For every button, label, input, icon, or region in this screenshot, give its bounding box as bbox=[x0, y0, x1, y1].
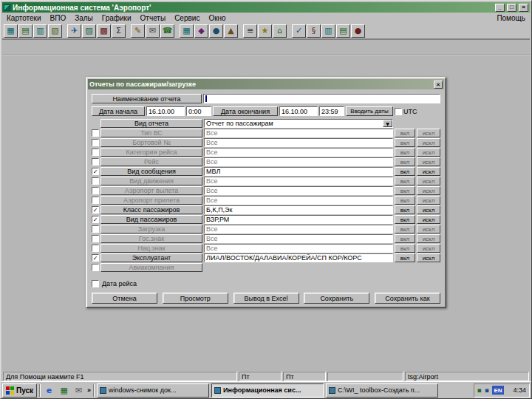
exclude-button[interactable]: искл bbox=[417, 186, 440, 195]
toolbar-icon[interactable]: ◆ bbox=[194, 24, 208, 38]
date-end-input[interactable]: 16.10.00 bbox=[279, 106, 318, 116]
exclude-button[interactable]: искл bbox=[417, 138, 440, 147]
filter-value-field[interactable]: Все bbox=[204, 196, 393, 205]
toolbar-icon[interactable]: ✓ bbox=[292, 24, 306, 38]
time-end-input[interactable]: 23:59 bbox=[319, 106, 344, 116]
filter-value-field[interactable]: Все bbox=[204, 148, 393, 157]
include-button[interactable]: вкл bbox=[395, 196, 415, 205]
filter-checkbox[interactable] bbox=[92, 177, 99, 185]
toolbar-icon[interactable]: ▨ bbox=[82, 24, 96, 38]
start-button[interactable]: Пуск bbox=[2, 383, 37, 398]
filter-checkbox[interactable] bbox=[92, 168, 99, 175]
include-button[interactable]: вкл bbox=[395, 138, 415, 147]
quick-launch-icon[interactable]: ✉ bbox=[72, 384, 85, 397]
filter-label[interactable]: Нац.знак bbox=[100, 244, 202, 253]
include-button[interactable]: вкл bbox=[395, 148, 415, 157]
toolbar-icon[interactable] bbox=[63, 24, 66, 38]
quick-launch-icon[interactable]: ▦ bbox=[58, 384, 70, 397]
taskbar-window-button[interactable]: windows-снимок док... bbox=[97, 383, 209, 398]
dialog-button[interactable]: Вывод в Excel bbox=[233, 293, 299, 304]
enter-dates-button[interactable]: Вводить даты bbox=[346, 106, 393, 116]
exclude-button[interactable]: искл bbox=[417, 234, 440, 243]
filter-label[interactable]: Категория рейса bbox=[100, 148, 202, 157]
include-button[interactable]: вкл bbox=[395, 177, 415, 185]
include-button[interactable]: вкл bbox=[395, 186, 415, 195]
chevron-down-icon[interactable]: ▼ bbox=[383, 120, 392, 127]
exclude-button[interactable]: искл bbox=[417, 148, 440, 157]
filter-checkbox[interactable] bbox=[92, 235, 99, 242]
include-button[interactable]: вкл bbox=[395, 234, 415, 243]
filter-checkbox[interactable] bbox=[92, 197, 99, 204]
filter-label[interactable]: Рейс bbox=[100, 157, 202, 166]
tray-icon[interactable]: ▪ bbox=[477, 387, 482, 394]
filter-checkbox[interactable] bbox=[92, 245, 99, 252]
dialog-button[interactable]: Просмотр bbox=[163, 293, 228, 304]
filter-value-field[interactable]: Все bbox=[204, 129, 393, 137]
exclude-button[interactable]: искл bbox=[417, 253, 440, 262]
toolbar-icon[interactable]: ▦ bbox=[4, 24, 18, 38]
filter-label[interactable]: Вид движения bbox=[100, 177, 202, 185]
toolbar-icon[interactable]: ▧ bbox=[48, 24, 62, 38]
dialog-titlebar[interactable]: Отчеты по пассажирам/загрузке × bbox=[88, 79, 444, 89]
exclude-button[interactable]: искл bbox=[417, 196, 440, 205]
filter-value-field[interactable]: МВЛ bbox=[204, 167, 393, 176]
menu-item[interactable]: Окно bbox=[204, 14, 230, 22]
toolbar-icon[interactable]: ▲ bbox=[224, 24, 238, 38]
include-button[interactable]: вкл bbox=[395, 205, 415, 214]
toolbar-icon[interactable]: ▦ bbox=[180, 24, 194, 38]
report-type-combobox[interactable]: Отчет по пассажирам ▼ bbox=[204, 119, 393, 128]
filter-label[interactable]: Класс пассажиров bbox=[100, 205, 202, 214]
filter-label[interactable]: Бортовой № bbox=[100, 138, 202, 147]
filter-value-field[interactable]: Все bbox=[204, 225, 393, 233]
toolbar-icon[interactable]: Σ bbox=[112, 24, 126, 38]
toolbar-icon[interactable]: ✎ bbox=[131, 24, 145, 38]
include-button[interactable]: вкл bbox=[395, 244, 415, 253]
report-name-input[interactable] bbox=[203, 94, 440, 103]
toolbar-icon[interactable]: ☎ bbox=[160, 24, 174, 38]
toolbar-icon[interactable] bbox=[239, 24, 242, 38]
dialog-close-icon[interactable]: × bbox=[434, 81, 443, 89]
filter-checkbox[interactable] bbox=[92, 206, 99, 214]
include-button[interactable]: вкл bbox=[395, 129, 415, 137]
exclude-button[interactable]: искл bbox=[417, 205, 440, 214]
filter-value-field[interactable]: Все bbox=[204, 138, 393, 147]
toolbar-icon[interactable]: § bbox=[307, 24, 321, 38]
quick-launch-icon[interactable]: e bbox=[43, 384, 55, 397]
filter-value-field[interactable]: Все bbox=[204, 186, 393, 195]
exclude-button[interactable]: искл bbox=[417, 177, 440, 185]
filter-label[interactable]: Вид пассажиров bbox=[100, 215, 202, 224]
filter-label[interactable]: Загрузка bbox=[100, 225, 202, 233]
taskbar-window-button[interactable]: C:\WI_ toolbox-Создать п... bbox=[326, 383, 438, 398]
filter-value-field[interactable]: ЛИАЛ/ВОСТОК/ДАЛАВИА/КОРЕЙА/СП КОР/КОРС bbox=[204, 253, 393, 262]
include-button[interactable]: вкл bbox=[395, 157, 415, 166]
toolbar-icon[interactable]: ▤ bbox=[336, 24, 350, 38]
close-icon[interactable]: × bbox=[519, 4, 528, 12]
filter-label[interactable]: Вид сообщения bbox=[100, 167, 202, 176]
maximize-icon[interactable]: □ bbox=[507, 4, 516, 12]
filter-checkbox[interactable] bbox=[92, 225, 99, 233]
toolbar-icon[interactable]: ● bbox=[209, 24, 223, 38]
toolbar-icon[interactable]: ● bbox=[351, 24, 365, 38]
include-button[interactable]: вкл bbox=[395, 225, 415, 233]
toolbar-icon[interactable] bbox=[287, 24, 291, 38]
filter-value-field[interactable]: Все bbox=[204, 234, 393, 243]
toolbar-icon[interactable] bbox=[126, 24, 130, 38]
tray-icon[interactable]: ▪ bbox=[485, 387, 489, 394]
exclude-button[interactable]: искл bbox=[417, 167, 440, 176]
language-indicator[interactable]: EN bbox=[492, 386, 504, 395]
menu-item[interactable]: Картотеки bbox=[2, 14, 46, 22]
menu-item[interactable]: ВПО bbox=[46, 14, 71, 22]
toolbar-icon[interactable]: ⌂ bbox=[273, 24, 287, 38]
filter-label[interactable]: Тип ВС bbox=[100, 129, 202, 137]
time-start-input[interactable]: 0:00 bbox=[186, 106, 211, 116]
filter-value-field[interactable]: Все bbox=[204, 244, 393, 253]
toolbar-icon[interactable]: ▥ bbox=[321, 24, 335, 38]
include-button[interactable]: вкл bbox=[395, 253, 415, 262]
exclude-button[interactable]: искл bbox=[417, 225, 440, 233]
menu-item-help[interactable]: Помощь bbox=[492, 14, 530, 22]
filter-checkbox[interactable] bbox=[92, 139, 99, 146]
filter-label[interactable]: Аэропорт прилета bbox=[100, 196, 202, 205]
toolbar-icon[interactable]: ▩ bbox=[97, 24, 111, 38]
exclude-button[interactable]: искл bbox=[417, 244, 440, 253]
filter-value-field[interactable]: Б,К,П,Эк bbox=[204, 205, 393, 214]
